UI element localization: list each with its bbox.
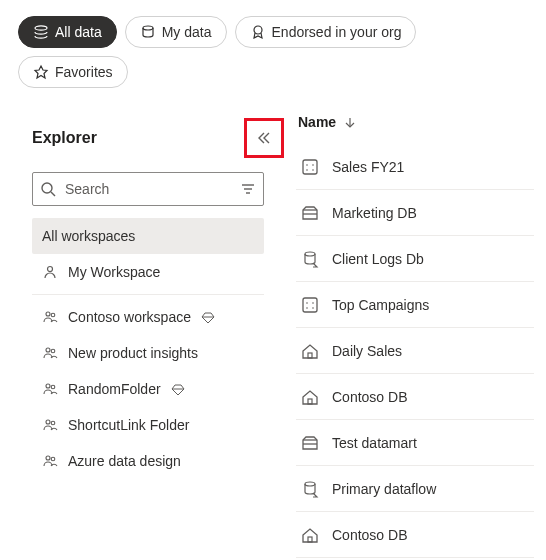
column-label: Name bbox=[298, 114, 336, 130]
group-icon bbox=[42, 345, 58, 361]
datamart-icon bbox=[300, 433, 320, 453]
workspace-label: New product insights bbox=[68, 345, 198, 361]
filter-label: My data bbox=[162, 24, 212, 40]
search-input[interactable] bbox=[32, 172, 264, 206]
workspace-label: Contoso workspace bbox=[68, 309, 191, 325]
workspace-label: Azure data design bbox=[68, 453, 181, 469]
workspace-list: All workspaces My Workspace Contoso work… bbox=[18, 218, 278, 479]
list-item[interactable]: Sales FY21 bbox=[296, 144, 534, 190]
workspace-item[interactable]: ShortcutLink Folder bbox=[32, 407, 264, 443]
ribbon-icon bbox=[250, 24, 266, 40]
house-icon bbox=[300, 525, 320, 545]
dataflow-icon bbox=[300, 249, 320, 269]
gem-icon bbox=[201, 310, 215, 324]
filter-bar: All data My data Endorsed in your org Fa… bbox=[0, 0, 546, 100]
list-item-label: Marketing DB bbox=[332, 205, 417, 221]
list-item-label: Top Campaigns bbox=[332, 297, 429, 313]
dataflow-icon bbox=[300, 479, 320, 499]
data-list-panel: Name Sales FY21 Marketing DB Client Logs… bbox=[278, 100, 546, 560]
sort-down-icon bbox=[344, 116, 356, 128]
workspace-label: My Workspace bbox=[68, 264, 160, 280]
filter-label: All data bbox=[55, 24, 102, 40]
list-item-label: Client Logs Db bbox=[332, 251, 424, 267]
dataset-icon bbox=[300, 157, 320, 177]
group-icon bbox=[42, 417, 58, 433]
workspace-label: RandomFolder bbox=[68, 381, 161, 397]
list-item-label: Contoso DB bbox=[332, 389, 407, 405]
workspace-label: ShortcutLink Folder bbox=[68, 417, 189, 433]
list-item[interactable]: Contoso DB bbox=[296, 512, 534, 558]
filter-label: Endorsed in your org bbox=[272, 24, 402, 40]
list-item-label: Sales FY21 bbox=[332, 159, 404, 175]
house-icon bbox=[300, 387, 320, 407]
dataset-icon bbox=[300, 295, 320, 315]
cylinder-icon bbox=[140, 24, 156, 40]
list-item[interactable]: Client Logs Db bbox=[296, 236, 534, 282]
collapse-button[interactable] bbox=[244, 118, 284, 158]
workspace-item[interactable]: New product insights bbox=[32, 335, 264, 371]
list-item[interactable]: Top Campaigns bbox=[296, 282, 534, 328]
explorer-panel: Explorer All workspaces My Workspace Con… bbox=[18, 100, 278, 560]
group-icon bbox=[42, 309, 58, 325]
workspace-item[interactable]: My Workspace bbox=[32, 254, 264, 290]
filter-my-data[interactable]: My data bbox=[125, 16, 227, 48]
divider bbox=[32, 294, 264, 295]
filter-favorites[interactable]: Favorites bbox=[18, 56, 128, 88]
list-item-label: Test datamart bbox=[332, 435, 417, 451]
workspace-item[interactable]: Azure data design bbox=[32, 443, 264, 479]
search-icon bbox=[40, 181, 56, 197]
filter-endorsed[interactable]: Endorsed in your org bbox=[235, 16, 417, 48]
workspace-label: All workspaces bbox=[42, 228, 135, 244]
search-field-wrap bbox=[32, 172, 264, 206]
workspace-all[interactable]: All workspaces bbox=[32, 218, 264, 254]
filter-all-data[interactable]: All data bbox=[18, 16, 117, 48]
group-icon bbox=[42, 381, 58, 397]
list-item[interactable]: Primary dataflow bbox=[296, 466, 534, 512]
filter-icon[interactable] bbox=[240, 181, 256, 197]
filter-label: Favorites bbox=[55, 64, 113, 80]
group-icon bbox=[42, 453, 58, 469]
list-item[interactable]: Marketing DB bbox=[296, 190, 534, 236]
gem-icon bbox=[171, 382, 185, 396]
column-header-name[interactable]: Name bbox=[296, 100, 534, 144]
chevrons-left-icon bbox=[256, 130, 272, 146]
list-item[interactable]: Daily Sales bbox=[296, 328, 534, 374]
list-item-label: Primary dataflow bbox=[332, 481, 436, 497]
list-item-label: Contoso DB bbox=[332, 527, 407, 543]
stack-icon bbox=[33, 24, 49, 40]
list-item[interactable]: Test datamart bbox=[296, 420, 534, 466]
person-icon bbox=[42, 264, 58, 280]
datamart-icon bbox=[300, 203, 320, 223]
star-icon bbox=[33, 64, 49, 80]
list-item-label: Daily Sales bbox=[332, 343, 402, 359]
explorer-title: Explorer bbox=[32, 129, 97, 147]
house-icon bbox=[300, 341, 320, 361]
workspace-item[interactable]: RandomFolder bbox=[32, 371, 264, 407]
workspace-item[interactable]: Contoso workspace bbox=[32, 299, 264, 335]
list-item[interactable]: Contoso DB bbox=[296, 374, 534, 420]
